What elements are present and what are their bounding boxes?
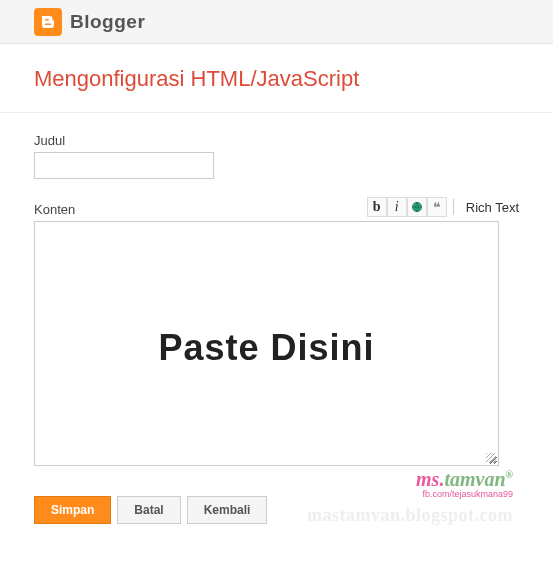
button-row: Simpan Batal Kembali (34, 496, 519, 524)
content-label: Konten (34, 202, 75, 217)
form-area: Judul Konten b i ❝ Rich Text Paste Disin… (0, 113, 553, 554)
title-input[interactable] (34, 152, 214, 179)
title-label: Judul (34, 133, 519, 148)
watermark-main: ms.tamvan® (307, 468, 513, 491)
app-header: Blogger (0, 0, 553, 44)
content-header-row: Konten b i ❝ Rich Text (34, 197, 519, 217)
richtext-toggle[interactable]: Rich Text (466, 200, 519, 215)
cancel-button[interactable]: Batal (117, 496, 180, 524)
italic-button[interactable]: i (387, 197, 407, 217)
toolbar-separator (453, 199, 454, 215)
overlay-instruction: Paste Disini (35, 327, 498, 369)
content-textarea[interactable]: Paste Disini Paste Disini (34, 221, 499, 466)
quote-button[interactable]: ❝ (427, 197, 447, 217)
resize-grip-icon[interactable] (486, 453, 496, 463)
page-title: Mengonfigurasi HTML/JavaScript (0, 44, 553, 112)
brand-text: Blogger (70, 11, 145, 33)
save-button[interactable]: Simpan (34, 496, 111, 524)
link-button[interactable] (407, 197, 427, 217)
blogger-logo-icon (34, 8, 62, 36)
back-button[interactable]: Kembali (187, 496, 268, 524)
bold-button[interactable]: b (367, 197, 387, 217)
editor-toolbar: b i ❝ Rich Text (367, 197, 519, 217)
